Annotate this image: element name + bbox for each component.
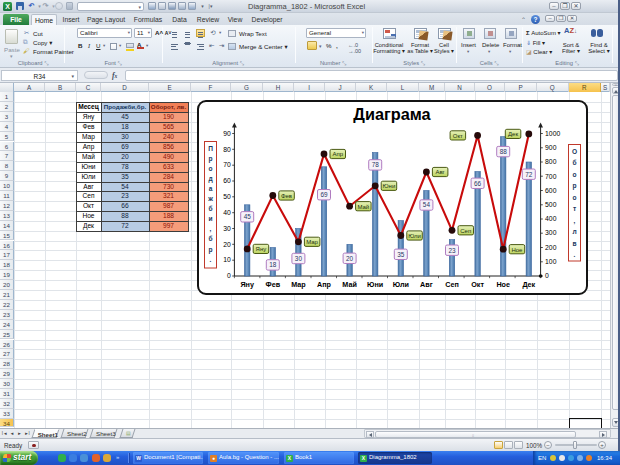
- svg-text:35: 35: [397, 250, 405, 257]
- svg-text:Авг: Авг: [420, 280, 433, 289]
- svg-text:Диаграма: Диаграма: [353, 105, 431, 123]
- svg-text:23: 23: [448, 246, 456, 253]
- svg-text:78: 78: [372, 161, 380, 168]
- svg-text:.: .: [210, 255, 212, 262]
- svg-text:б: б: [572, 159, 576, 166]
- svg-text:р: р: [572, 182, 576, 190]
- svg-text:Ное: Ное: [496, 280, 510, 289]
- svg-text:200: 200: [545, 243, 557, 250]
- svg-text:Мар: Мар: [291, 280, 306, 289]
- svg-text:Май: Май: [342, 280, 357, 289]
- svg-text:Окт: Окт: [453, 132, 463, 138]
- svg-text:Май: Май: [357, 203, 369, 209]
- svg-text:б: б: [208, 205, 212, 212]
- svg-text:О: О: [572, 147, 577, 154]
- svg-text:300: 300: [545, 229, 557, 236]
- svg-text:и: и: [208, 215, 212, 222]
- svg-text:р: р: [208, 245, 212, 253]
- svg-text:Апр: Апр: [332, 151, 343, 157]
- svg-text:в: в: [572, 239, 576, 246]
- svg-text:Сеп: Сеп: [460, 227, 471, 233]
- svg-text:р: р: [208, 155, 212, 163]
- svg-text:72: 72: [525, 170, 533, 177]
- svg-text:Юли: Юли: [393, 280, 409, 289]
- svg-text:20: 20: [346, 254, 354, 261]
- svg-text:30: 30: [295, 254, 303, 261]
- svg-text:Яну: Яну: [240, 280, 254, 289]
- svg-text:66: 66: [474, 179, 482, 186]
- svg-text:,: ,: [574, 216, 576, 224]
- svg-text:Юли: Юли: [408, 232, 421, 238]
- svg-text:18: 18: [269, 261, 277, 268]
- svg-text:Дек: Дек: [522, 280, 535, 289]
- svg-text:0: 0: [227, 272, 231, 279]
- svg-text:70: 70: [223, 161, 231, 168]
- svg-text:,: ,: [210, 225, 212, 233]
- svg-text:Окт: Окт: [471, 280, 484, 289]
- svg-text:50: 50: [223, 193, 231, 200]
- svg-text:Апр: Апр: [317, 280, 332, 289]
- svg-text:П: П: [208, 145, 213, 152]
- svg-text:а: а: [209, 185, 213, 192]
- svg-text:о: о: [208, 165, 212, 172]
- svg-text:69: 69: [320, 191, 328, 198]
- svg-text:900: 900: [545, 144, 557, 151]
- svg-text:600: 600: [545, 186, 557, 193]
- svg-text:0: 0: [545, 272, 549, 279]
- svg-text:20: 20: [223, 240, 231, 247]
- svg-text:Ное: Ное: [511, 246, 523, 252]
- svg-text:10: 10: [223, 256, 231, 263]
- svg-text:54: 54: [423, 201, 431, 208]
- svg-text:Дек: Дек: [508, 131, 518, 137]
- svg-text:80: 80: [223, 145, 231, 152]
- svg-text:Юни: Юни: [383, 183, 396, 189]
- svg-text:60: 60: [223, 177, 231, 184]
- svg-text:500: 500: [545, 201, 557, 208]
- svg-text:Сеп: Сеп: [445, 280, 459, 289]
- svg-text:88: 88: [500, 148, 508, 155]
- svg-text:о: о: [572, 170, 576, 177]
- svg-text:100: 100: [545, 257, 557, 264]
- svg-text:400: 400: [545, 215, 557, 222]
- svg-text:Мар: Мар: [306, 239, 318, 245]
- svg-text:л: л: [572, 228, 576, 235]
- svg-text:1000: 1000: [545, 129, 560, 136]
- svg-text:700: 700: [545, 172, 557, 179]
- svg-text:Фев: Фев: [281, 192, 292, 198]
- svg-text:.: .: [574, 251, 576, 258]
- svg-text:о: о: [572, 193, 576, 200]
- svg-text:40: 40: [223, 208, 231, 215]
- svg-text:Яну: Яну: [256, 246, 267, 252]
- svg-text:30: 30: [223, 224, 231, 231]
- svg-text:Юни: Юни: [367, 280, 383, 289]
- svg-text:800: 800: [545, 158, 557, 165]
- svg-text:90: 90: [223, 129, 231, 136]
- svg-text:Фев: Фев: [266, 280, 281, 289]
- svg-text:Авг: Авг: [435, 169, 445, 175]
- svg-text:б: б: [208, 235, 212, 242]
- svg-text:45: 45: [244, 213, 252, 220]
- svg-text:ж: ж: [207, 195, 213, 202]
